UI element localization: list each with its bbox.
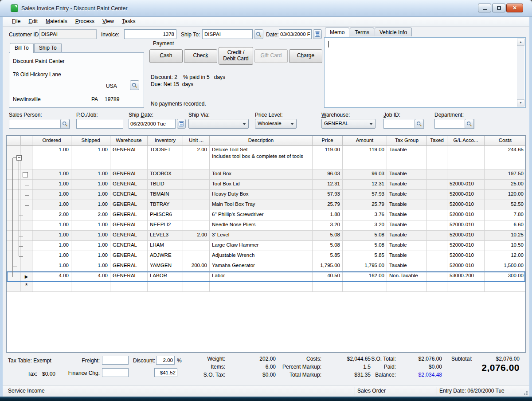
cell-inventory[interactable] xyxy=(148,282,183,292)
cell-price[interactable]: 1,795.00 xyxy=(313,261,343,271)
cell-shipped[interactable]: 2.00 xyxy=(71,210,110,220)
cell-inventory[interactable]: TBTRAY xyxy=(148,200,183,210)
column-header-shipped[interactable]: Shipped xyxy=(71,136,110,145)
cell-costs[interactable]: 1,500.00 xyxy=(485,261,526,271)
row-tree-cell[interactable] xyxy=(7,180,21,190)
cell-costs[interactable]: 244.65 xyxy=(485,145,526,169)
date-calendar-button[interactable] xyxy=(313,29,322,39)
scroll-up-icon[interactable]: ▲ xyxy=(517,39,524,46)
grid-row-tbmain[interactable]: 1.001.00GENERALTBMAINHeavy Duty Box57.93… xyxy=(7,190,525,200)
cell-unit[interactable] xyxy=(183,282,210,292)
cell-description[interactable]: 3' Level xyxy=(210,231,313,241)
ship-date-field[interactable] xyxy=(129,119,176,129)
cell-taxed[interactable] xyxy=(427,180,447,190)
ship-to-field[interactable] xyxy=(202,29,253,39)
cell-warehouse[interactable]: GENERAL xyxy=(110,220,148,231)
cell-price[interactable]: 5.08 xyxy=(313,231,343,241)
grid-row-lham[interactable]: 1.001.00GENERALLHAMLarge Claw Hammer5.08… xyxy=(7,241,525,251)
cell-taxed[interactable] xyxy=(427,282,447,292)
cell-inventory[interactable]: LEVEL3 xyxy=(148,231,183,241)
cell-inventory[interactable]: YAMGEN xyxy=(148,261,183,271)
cell-ordered[interactable]: 1.00 xyxy=(32,231,71,241)
cell-amount[interactable]: 162.00 xyxy=(343,271,387,282)
column-header-ordered[interactable]: Ordered xyxy=(32,136,71,145)
cell-taxed[interactable] xyxy=(427,261,447,271)
cell-gl_account[interactable]: 52000-010 xyxy=(447,190,485,200)
cell-description[interactable]: Deluxe Tool SetIncludes tool box & compl… xyxy=(210,145,313,169)
ship-to-lookup-button[interactable] xyxy=(254,29,263,39)
cell-price[interactable]: 25.79 xyxy=(313,200,343,210)
cell-warehouse[interactable]: GENERAL xyxy=(110,210,148,220)
cell-tax_group[interactable]: Taxable xyxy=(387,145,427,169)
invoice-field[interactable] xyxy=(124,29,176,39)
cell-unit[interactable] xyxy=(183,210,210,220)
cell-unit[interactable] xyxy=(183,220,210,231)
cell-taxed[interactable] xyxy=(427,145,447,169)
cell-warehouse[interactable]: GENERAL xyxy=(110,169,148,180)
cell-costs[interactable]: 25.00 xyxy=(485,180,526,190)
cell-gl_account[interactable]: 52000-010 xyxy=(447,200,485,210)
cell-taxed[interactable] xyxy=(427,190,447,200)
cell-warehouse[interactable]: GENERAL xyxy=(110,231,148,241)
cell-amount[interactable]: 5.85 xyxy=(343,251,387,261)
cell-costs[interactable]: 120.00 xyxy=(485,190,526,200)
cell-tax_group[interactable]: Taxable xyxy=(387,251,427,261)
discount-pct-field[interactable] xyxy=(156,356,175,365)
cell-ordered[interactable]: 1.00 xyxy=(32,190,71,200)
cell-inventory[interactable]: ADJWRE xyxy=(148,251,183,261)
grid-row-toobox[interactable]: 1.001.00GENERALTOOBOXTool Box96.0396.03T… xyxy=(7,169,525,180)
cell-taxed[interactable] xyxy=(427,169,447,180)
cell-ordered[interactable]: 2.00 xyxy=(32,210,71,220)
cell-costs[interactable] xyxy=(485,282,526,292)
cell-shipped[interactable]: 1.00 xyxy=(71,190,110,200)
menu-tasks[interactable]: Tasks xyxy=(118,17,140,26)
cell-costs[interactable]: 10.25 xyxy=(485,231,526,241)
grid-new-row[interactable]: * xyxy=(7,282,525,292)
cell-gl_account[interactable]: 52000-010 xyxy=(447,220,485,231)
grid-row-phiscr6[interactable]: 2.002.00GENERALPHISCR66'' Phillip's Scre… xyxy=(7,210,525,220)
sales-person-lookup-button[interactable] xyxy=(60,119,70,129)
job-id-lookup-button[interactable] xyxy=(415,119,424,129)
cell-inventory[interactable]: LHAM xyxy=(148,241,183,251)
cell-price[interactable]: 12.31 xyxy=(313,180,343,190)
cell-unit[interactable] xyxy=(183,180,210,190)
row-tree-cell[interactable] xyxy=(7,190,21,200)
cell-description[interactable] xyxy=(210,282,313,292)
row-tree-cell[interactable] xyxy=(7,241,21,251)
row-tree-cell[interactable] xyxy=(7,251,21,261)
billto-lookup-button[interactable] xyxy=(130,80,139,90)
cell-unit[interactable] xyxy=(183,241,210,251)
cell-unit[interactable] xyxy=(183,251,210,261)
cell-price[interactable]: 5.85 xyxy=(313,251,343,261)
cell-amount[interactable]: 119.00 xyxy=(343,145,387,169)
column-header-price[interactable]: Price xyxy=(313,136,343,145)
cell-warehouse[interactable]: GENERAL xyxy=(110,261,148,271)
cell-warehouse[interactable]: GENERAL xyxy=(110,251,148,261)
cell-taxed[interactable] xyxy=(427,220,447,231)
grid-row-tblid[interactable]: 1.001.00GENERALTBLIDTool Box Lid12.3112.… xyxy=(7,180,525,190)
cell-gl_account[interactable] xyxy=(447,282,485,292)
cell-shipped[interactable]: 1.00 xyxy=(71,200,110,210)
cell-costs[interactable]: 10.50 xyxy=(485,241,526,251)
column-header-unit[interactable]: Unit ... xyxy=(183,136,210,145)
column-header-amount[interactable]: Amount xyxy=(343,136,387,145)
scroll-down-icon[interactable]: ▼ xyxy=(517,99,524,106)
cell-taxed[interactable] xyxy=(427,251,447,261)
grid-row-yamgen[interactable]: 1.001.00GENERALYAMGEN200.00Yamaha Genera… xyxy=(7,261,525,271)
memo-tab-terms[interactable]: Terms xyxy=(350,28,374,36)
cell-inventory[interactable]: NEEPLI2 xyxy=(148,220,183,231)
cell-description[interactable]: Main Tool Box Tray xyxy=(210,200,313,210)
cell-description[interactable]: Tool Box Lid xyxy=(210,180,313,190)
menu-materials[interactable]: Materials xyxy=(42,17,71,26)
cell-gl_account[interactable]: 53000-200 xyxy=(447,271,485,282)
cell-unit[interactable]: 2.00 xyxy=(183,231,210,241)
cell-inventory[interactable]: TOOBOX xyxy=(148,169,183,180)
cell-unit[interactable] xyxy=(183,169,210,180)
cell-gl_account[interactable]: 52000-010 xyxy=(447,241,485,251)
cell-inventory[interactable]: PHISCR6 xyxy=(148,210,183,220)
cell-amount[interactable]: 12.31 xyxy=(343,180,387,190)
cell-taxed[interactable] xyxy=(427,241,447,251)
cell-gl_account[interactable]: 52000-010 xyxy=(447,231,485,241)
cell-ordered[interactable]: 1.00 xyxy=(32,200,71,210)
payment-button-check[interactable]: Check xyxy=(184,49,217,63)
